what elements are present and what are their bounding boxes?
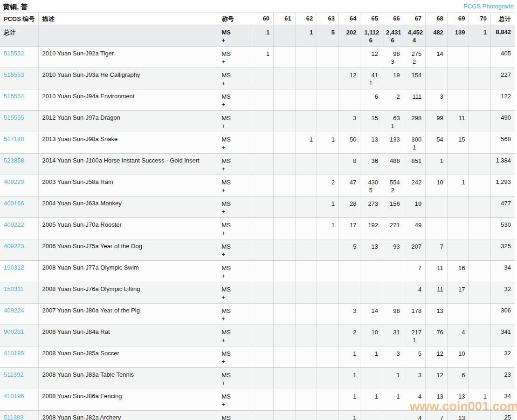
ms-count: 5 — [321, 28, 335, 36]
pcgs-number-link[interactable]: 409222 — [4, 221, 24, 228]
plus-count — [299, 186, 313, 194]
grade-count-cell: 7 — [404, 261, 426, 282]
plus-count — [364, 101, 378, 108]
ms-count — [473, 371, 487, 379]
ms-count: 11 — [429, 264, 443, 272]
pcgs-number-link[interactable]: 511393 — [4, 414, 23, 420]
ms-count: 98 — [386, 50, 400, 58]
designation-cell: MS + — [218, 325, 252, 346]
photograde-link[interactable]: PCGS Photograde — [463, 3, 514, 10]
row-total-cell: 32 — [491, 346, 515, 368]
pcgs-number-link[interactable]: 410196 — [4, 393, 24, 400]
pcgs-number-link[interactable]: 409224 — [4, 307, 24, 314]
plus-count — [386, 101, 400, 108]
coin-description: 2010 Yuan Sun-J93a He Calligraphy — [38, 68, 218, 89]
designation-plus-label: + — [222, 379, 248, 387]
pcgs-number-link[interactable]: 900231 — [4, 328, 24, 335]
plus-count — [321, 229, 335, 237]
grade-count-cell: 8 — [338, 154, 360, 175]
ms-count: 6 — [451, 371, 465, 379]
plus-count — [386, 379, 400, 387]
ms-count: 1 — [343, 350, 357, 358]
plus-count — [256, 36, 270, 44]
ms-count — [299, 328, 313, 336]
plus-count — [408, 186, 422, 194]
designation-ms-label: MS — [222, 264, 248, 272]
coin-description: 2008 Yuan Sun-J86a Fencing — [38, 389, 218, 411]
designation-cell: MS + — [218, 89, 252, 111]
ms-count — [299, 93, 313, 101]
coin-description: 2013 Yuan Sun-J98a Snake — [38, 132, 218, 154]
grade-count-cell — [426, 218, 448, 239]
ms-count — [364, 371, 378, 379]
plus-count — [473, 79, 487, 87]
plus-count — [299, 58, 313, 66]
pcgs-number-link[interactable]: 511392 — [4, 371, 23, 378]
grade-count-cell — [295, 68, 317, 89]
coin-description: 2008 Yuan Sun-J82a Archery — [38, 411, 218, 420]
pcgs-number-link[interactable]: 400166 — [4, 200, 24, 207]
coin-description: 2008 Yuan Sun-J84a Rat — [38, 325, 218, 346]
pcgs-number-link[interactable]: 515553 — [4, 71, 24, 78]
grade-count-cell — [295, 346, 317, 368]
designation-ms-label: MS — [222, 414, 248, 420]
grade-count-cell — [317, 47, 339, 68]
pcgs-number-link[interactable]: 515554 — [4, 93, 24, 100]
designation-plus-label: + — [222, 229, 248, 237]
plus-count — [321, 293, 335, 301]
pcgs-number-link[interactable]: 515555 — [4, 114, 24, 121]
pcgs-number-cell: 410196 — [0, 389, 38, 411]
pcgs-number-link[interactable]: 150312 — [4, 264, 24, 271]
plus-count: 3 — [386, 58, 400, 66]
ms-count: 1 — [256, 28, 270, 36]
designation-ms-label: MS — [222, 114, 248, 122]
ms-count: 4 — [408, 393, 422, 400]
plus-count — [473, 293, 487, 301]
grade-count-cell: 1 — [295, 25, 317, 47]
pcgs-number-link[interactable]: 517140 — [4, 135, 24, 142]
ms-count — [451, 221, 465, 229]
row-total-cell: 1,293 — [491, 175, 515, 196]
plus-count — [299, 101, 313, 108]
ms-count: 3 — [408, 371, 422, 379]
coin-description: 2007 Yuan Sun-J80a Year of the Pig — [38, 304, 218, 325]
grade-count-cell: 2171 — [404, 325, 426, 346]
ms-count — [321, 393, 335, 400]
designation-cell: MS + — [218, 111, 252, 132]
pcgs-number-link[interactable]: 515552 — [4, 50, 24, 57]
plus-count — [386, 208, 400, 216]
ms-count — [451, 157, 465, 165]
ms-count: 242 — [408, 178, 422, 186]
plus-count — [321, 143, 335, 151]
col-header-grade-63: 63 — [317, 13, 339, 25]
pcgs-number-link[interactable]: 409220 — [4, 178, 24, 185]
designation-cell: MS + — [218, 154, 252, 175]
grade-count-cell — [295, 89, 317, 111]
ms-count: 98 — [386, 307, 400, 315]
grade-count-cell: 4 — [404, 282, 426, 304]
ms-count — [277, 157, 291, 165]
plus-count — [451, 58, 465, 66]
grade-count-cell: 133 — [382, 132, 404, 154]
grade-count-cell — [469, 68, 491, 89]
pcgs-number-link[interactable]: 150311 — [4, 285, 23, 292]
ms-count — [277, 328, 291, 336]
grade-count-cell — [274, 325, 296, 346]
pcgs-number-cell: 515554 — [0, 89, 38, 111]
plus-count — [451, 379, 465, 387]
plus-count — [277, 251, 291, 258]
ms-count: 3 — [386, 350, 400, 358]
pcgs-number-link[interactable]: 409223 — [4, 243, 24, 250]
plus-count — [408, 379, 422, 387]
ms-count — [256, 221, 270, 229]
pcgs-number-link[interactable]: 523858 — [4, 157, 24, 164]
ms-count: 76 — [429, 328, 443, 336]
coin-description: 2008 Yuan Sun-J85a Soccer — [38, 346, 218, 368]
pcgs-number-link[interactable]: 410195 — [4, 350, 24, 357]
plus-count — [429, 208, 443, 216]
plus-count — [364, 379, 378, 387]
grade-count-cell — [338, 282, 360, 304]
plus-count — [299, 122, 313, 130]
ms-count: 49 — [408, 221, 422, 229]
grade-count-cell: 5 — [317, 25, 339, 47]
